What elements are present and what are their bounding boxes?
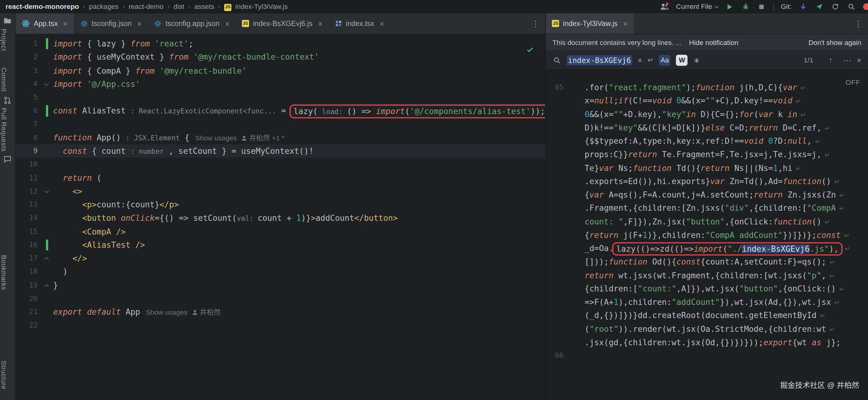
more-tabs-icon[interactable]: ⋮ [849,19,868,29]
code-line[interactable]: 8function App() : JSX.Element { Show usa… [16,131,546,144]
clear-search-icon[interactable]: × [638,56,642,65]
fold-icon[interactable] [44,257,49,262]
pull-request-icon[interactable] [3,96,12,107]
code-line[interactable]: ("root")).render(wt.jsx(Oa.StrictMode,{c… [546,322,868,336]
breadcrumb-item[interactable]: assets [194,3,214,10]
close-search-icon[interactable]: × [857,56,861,65]
chat-icon[interactable] [3,155,12,165]
more-tabs-icon[interactable]: ⋮ [526,19,545,29]
code-line[interactable]: 15 <CompA /> [16,225,546,238]
code-line[interactable]: 0&&(x=""+D.key),"key"in D){C={};for(var … [546,108,868,121]
run-button[interactable] [725,2,734,11]
inspections-ok-icon[interactable] [526,45,534,56]
code-text: import '@/App.css' [53,77,140,91]
close-icon[interactable]: × [137,19,142,28]
git-push-icon[interactable] [815,2,824,11]
whole-words-toggle[interactable]: W [676,55,688,65]
fold-icon[interactable] [44,188,49,193]
close-icon[interactable]: × [623,19,628,28]
dont-show-again-link[interactable]: Don't show again [809,38,862,46]
debug-button[interactable] [741,2,750,11]
breadcrumb-item[interactable]: dist [174,3,184,10]
code-line[interactable]: .jsx(gd,{children:wt.jsx(Od,{})})}));exp… [546,335,868,349]
regex-toggle[interactable]: ∗ [693,56,700,65]
fold-icon[interactable] [44,284,49,288]
code-with-me-users-icon[interactable] [660,2,669,11]
code-line[interactable]: 5 [16,91,546,104]
tab-tsconfig.json[interactable]: tsconfig.json× [74,13,148,34]
close-icon[interactable]: × [63,19,68,28]
code-line[interactable]: 66 [546,349,868,362]
close-icon[interactable]: × [318,19,322,28]
code-line[interactable]: {var A=qs(),F=A.count,j=A.setCount;retur… [546,188,868,202]
code-line[interactable]: 22 [16,319,546,332]
sidebar-item-commit[interactable]: Commit [0,68,16,92]
sidebar-item-bookmarks[interactable]: Bookmarks [0,255,16,290]
breadcrumb-item[interactable]: packages [89,3,119,10]
tab-index.tsx[interactable]: index.tsx× [329,13,391,34]
tab-tsconfig.app.json[interactable]: tsconfig.app.json× [148,13,236,34]
right-editor[interactable]: 65.for("react.fragment");function j(h,D,… [546,70,868,400]
code-line[interactable]: (_d,{})]})}dd.createRoot(document.getEle… [546,309,868,322]
tab-index-BsXGEvj6.js[interactable]: JSindex-BsXGEvj6.js× [236,13,329,34]
code-line[interactable]: {children:["count:",A]}),wt.jsx("button"… [546,282,868,295]
match-case-toggle[interactable]: Aa [659,55,671,65]
code-line[interactable]: 20 [16,292,546,305]
newline-icon[interactable]: ↵ [648,56,653,64]
code-line[interactable]: 65.for("react.fragment");function j(h,D,… [546,81,868,94]
breadcrumb-item[interactable]: react-demo-monorepo [5,3,79,10]
code-line[interactable]: 13 <p>count:{count}</p> [16,198,546,212]
code-line[interactable]: 1import { lazy } from 'react'; [16,37,546,51]
tab-index-Tyl3iVaw.js[interactable]: JSindex-Tyl3iVaw.js× [546,13,633,34]
history-icon[interactable] [831,2,840,11]
code-line[interactable]: .exports=Ed()),hi.exports}var Zn=Td(),Ad… [546,175,868,188]
code-line[interactable]: props:C}}return Te.Fragment=F,Te.jsx=j,T… [546,148,868,161]
search-everywhere-icon[interactable] [847,2,856,11]
stop-button[interactable] [757,2,766,11]
code-line[interactable]: D)k!=="key"&&(C[k]=D[k])}else C=D;return… [546,121,868,135]
close-icon[interactable]: × [380,19,384,28]
hide-notification-link[interactable]: Hide notification [689,38,738,46]
code-line[interactable]: {$$typeof:A,type:h,key:x,ref:D!==void 0?… [546,135,868,148]
close-icon[interactable]: × [225,19,229,28]
code-line[interactable]: 7 [16,118,546,131]
code-line[interactable]: x=null;if(C!==void 0&&(x=""+C),D.key!==v… [546,94,868,108]
code-line[interactable]: Te}var Ns;function Td(){return Ns||(Ns=1… [546,161,868,175]
more-options-icon[interactable]: ⋯ [843,56,851,65]
code-line[interactable]: 18 ) [16,265,546,278]
prev-match-icon[interactable]: ↑ [829,56,833,64]
code-line[interactable]: 2import { useMyContext } from '@my/react… [16,51,546,64]
code-line[interactable]: 14 <button onClick={() => setCount(val: … [16,211,546,225]
code-line[interactable]: count: ",F]}),Zn.jsx("button",{onClick:f… [546,215,868,228]
breadcrumb-item[interactable]: react-demo [128,3,163,10]
code-line[interactable]: _d=Oa.lazy(()=>zd(()=>import("./index-Bs… [546,242,868,255]
code-line[interactable]: 19} [16,278,546,292]
code-line[interactable]: []));function Od(){const{count:A,setCoun… [546,255,868,268]
code-line[interactable]: .Fragment,{children:[Zn.jsxs("div",{chil… [546,202,868,215]
left-editor[interactable]: 1import { lazy } from 'react';2import { … [16,34,546,400]
code-line[interactable]: {return j(F+1)},children:"CompA addCount… [546,228,868,242]
code-line[interactable]: 11 return ( [16,171,546,185]
code-token: '@/components/alias-test' [410,107,531,116]
code-line[interactable]: 4import '@/App.css' [16,77,546,91]
code-line[interactable]: 21export default App Show usages 井柏然 [16,305,546,319]
code-line[interactable]: return wt.jsxs(wt.Fragment,{children:[wt… [546,268,868,282]
sidebar-item-pull-requests[interactable]: Pull Requests [0,108,16,152]
tab-App.tsx[interactable]: App.tsx× [16,13,74,34]
git-update-icon[interactable] [799,2,808,11]
code-line[interactable]: 10 [16,158,546,171]
code-line[interactable]: =>F(A+1),children:"addCount"}),wt.jsx(Ad… [546,295,868,309]
fold-icon[interactable] [44,81,49,86]
code-line[interactable]: 17 </> [16,252,546,265]
code-line[interactable]: 16 <AliasTest /> [16,238,546,252]
sidebar-item-structure[interactable]: Structure [0,361,16,390]
code-line[interactable]: 6const AliasTest : React.LazyExoticCompo… [16,104,546,118]
run-configuration-selector[interactable]: Current File [676,3,718,10]
code-line[interactable]: 9 const { count : number , setCount } = … [16,144,546,158]
code-line[interactable]: 12 <> [16,185,546,198]
code-line[interactable]: 3import { CompA } from '@my/react-bundle… [16,64,546,77]
search-input[interactable]: index-BsXGEvj6 [567,56,632,65]
sidebar-item-project[interactable]: Project [0,29,16,51]
breadcrumb-item[interactable]: index-Tyl3iVaw.js [235,3,288,10]
project-icon[interactable] [3,16,12,27]
